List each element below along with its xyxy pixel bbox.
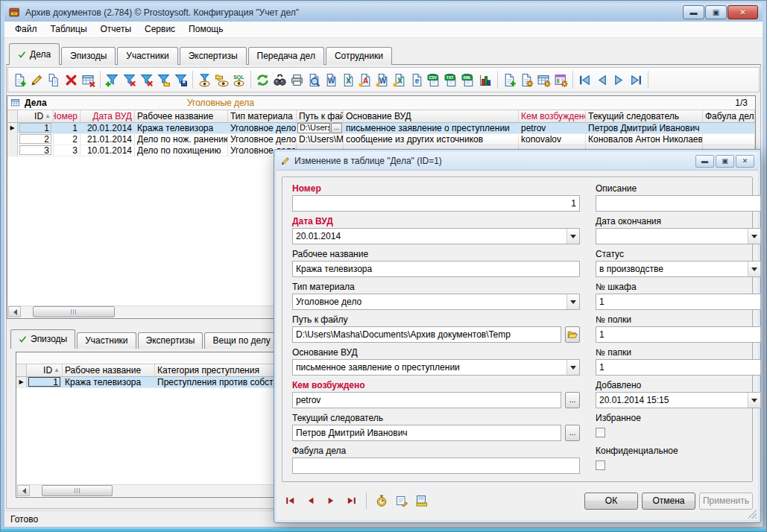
table-cell[interactable]: Дело по нож. ранению: [135, 134, 228, 145]
column-header-5[interactable]: Тип материала: [228, 110, 297, 122]
filter-save-button[interactable]: [172, 70, 189, 89]
column-header-2[interactable]: Номер: [54, 110, 81, 122]
row-selector[interactable]: ▶: [7, 123, 18, 133]
table-cell[interactable]: Уголовное дело: [228, 134, 297, 145]
table-cell[interactable]: D:\Users\...: [297, 123, 344, 133]
form-layout-button[interactable]: [413, 492, 431, 510]
combo-dropdown-button[interactable]: [566, 229, 579, 244]
refresh-button[interactable]: [254, 70, 271, 89]
restore-button[interactable]: ▣: [705, 5, 727, 19]
tab-2[interactable]: Эпизоды: [61, 47, 116, 65]
combo-dropdown-button[interactable]: [748, 393, 760, 408]
row-selector[interactable]: [7, 134, 18, 145]
export-excel-button[interactable]: X: [340, 70, 357, 89]
dialog-close-button[interactable]: ✕: [736, 155, 754, 168]
export-txt-button[interactable]: TXT: [443, 70, 460, 89]
scroll-left-button[interactable]: [8, 306, 21, 317]
combo-dropdown-button[interactable]: [566, 360, 579, 375]
column-header-10[interactable]: Фабула дела: [703, 110, 755, 122]
combo-box[interactable]: 20.01.2014: [292, 228, 580, 244]
form-props-button[interactable]: [393, 492, 411, 510]
combo-box[interactable]: [596, 228, 761, 244]
clear-table-button[interactable]: [80, 70, 97, 89]
combo-box[interactable]: 20.01.2014 15:15: [596, 392, 761, 408]
field-settings-button[interactable]: [518, 70, 535, 89]
text-input[interactable]: [292, 457, 580, 474]
table-cell[interactable]: Петров Дмитрий Иванович: [586, 123, 703, 133]
column-header-3[interactable]: Дата ВУД: [81, 110, 135, 122]
column-header-8[interactable]: Кем возбуждено: [519, 110, 586, 122]
table-cell[interactable]: konovalov: [519, 134, 586, 145]
merge-word-button[interactable]: W: [374, 70, 391, 89]
table-cell[interactable]: 21.01.2014: [81, 134, 135, 145]
table-row[interactable]: ▶1120.01.2014Кража телевизораУголовное д…: [7, 123, 755, 134]
path-ellipsis-button[interactable]: ...: [331, 123, 342, 133]
menu-item-таблицы[interactable]: Таблицы: [44, 22, 94, 37]
table-cell[interactable]: 3: [18, 145, 54, 156]
chart-button[interactable]: [477, 70, 494, 89]
table-cell[interactable]: Дело по похищению: [135, 145, 228, 156]
table-cell[interactable]: D:\Users\Mas: [297, 134, 344, 145]
filter-remove-button[interactable]: [121, 70, 138, 89]
delete-record-button[interactable]: [63, 70, 80, 89]
dialog-maximize-button[interactable]: ▣: [716, 155, 734, 168]
combo-dropdown-button[interactable]: [748, 262, 760, 276]
text-input[interactable]: D:\Users\Masha\Documents\Архив документо…: [292, 326, 561, 343]
nav-next-button[interactable]: [610, 70, 628, 89]
table-cell[interactable]: 2: [18, 134, 54, 145]
export-xml-button[interactable]: XML: [460, 70, 477, 89]
rec-next-button[interactable]: [322, 492, 340, 510]
add-record-button[interactable]: [11, 70, 28, 89]
column-header-4[interactable]: Рабочее название: [135, 110, 228, 122]
tab-6[interactable]: Сотрудники: [326, 47, 392, 65]
filter-add-button[interactable]: [104, 70, 121, 89]
table-cell[interactable]: Кража телевизора: [63, 377, 155, 387]
detail-tab-3[interactable]: Экспертизы: [138, 332, 203, 349]
nav-last-button[interactable]: [628, 70, 645, 89]
text-input[interactable]: [596, 195, 761, 212]
close-button[interactable]: ✕: [727, 5, 758, 19]
filter-clear-button[interactable]: [138, 70, 155, 89]
form-settings-button[interactable]: [552, 70, 569, 89]
nav-prev-button[interactable]: [593, 70, 610, 89]
filter-view-button[interactable]: [196, 70, 213, 89]
resize-grip[interactable]: [748, 510, 757, 519]
combo-box[interactable]: в производстве: [596, 261, 761, 277]
row-selector[interactable]: [7, 145, 18, 156]
menu-item-помощь[interactable]: Помощь: [182, 22, 230, 37]
table-row[interactable]: 2221.01.2014Дело по нож. ранениюУголовно…: [7, 134, 755, 145]
column-header-2[interactable]: Рабочее название: [63, 364, 155, 376]
checkbox[interactable]: [596, 428, 605, 437]
find-button[interactable]: [271, 70, 288, 89]
export-html-button[interactable]: e: [408, 70, 426, 89]
table-settings-button[interactable]: [535, 70, 552, 89]
tab-3[interactable]: Участники: [117, 47, 177, 65]
ok-button[interactable]: ОК: [584, 493, 638, 510]
export-word-button[interactable]: W: [323, 70, 340, 89]
folder-open-button[interactable]: [565, 326, 580, 343]
table-cell[interactable]: Коновалов Антон Николаевич: [586, 134, 703, 145]
table-cell[interactable]: 1: [18, 123, 54, 133]
text-input[interactable]: 1: [596, 326, 761, 343]
table-cell[interactable]: 20.01.2014: [81, 123, 135, 133]
detail-tab-4[interactable]: Вещи по делу: [204, 332, 278, 349]
edit-record-button[interactable]: [28, 70, 45, 89]
lookup-ellipsis-button[interactable]: ...: [565, 425, 580, 441]
menu-item-сервис[interactable]: Сервис: [138, 22, 182, 37]
checkbox[interactable]: [596, 460, 605, 470]
tab-4[interactable]: Экспертизы: [180, 47, 247, 65]
menu-item-отчеты[interactable]: Отчеты: [94, 22, 138, 37]
preview-button[interactable]: [306, 70, 323, 89]
row-selector[interactable]: ▶: [16, 377, 27, 387]
detail-tab-1[interactable]: Эпизоды: [10, 329, 75, 349]
table-cell[interactable]: 2: [54, 134, 81, 145]
table-cell[interactable]: petrov: [519, 123, 586, 133]
add-field-button[interactable]: [501, 70, 518, 89]
combo-dropdown-button[interactable]: [566, 294, 579, 309]
column-header-1[interactable]: ID▲: [18, 110, 54, 122]
print-button[interactable]: [288, 70, 306, 89]
copy-record-button[interactable]: [45, 70, 63, 89]
text-input[interactable]: Кража телевизора: [292, 261, 580, 277]
table-cell[interactable]: Уголовное дело: [228, 123, 297, 133]
column-header-1[interactable]: ID▲: [27, 364, 63, 376]
